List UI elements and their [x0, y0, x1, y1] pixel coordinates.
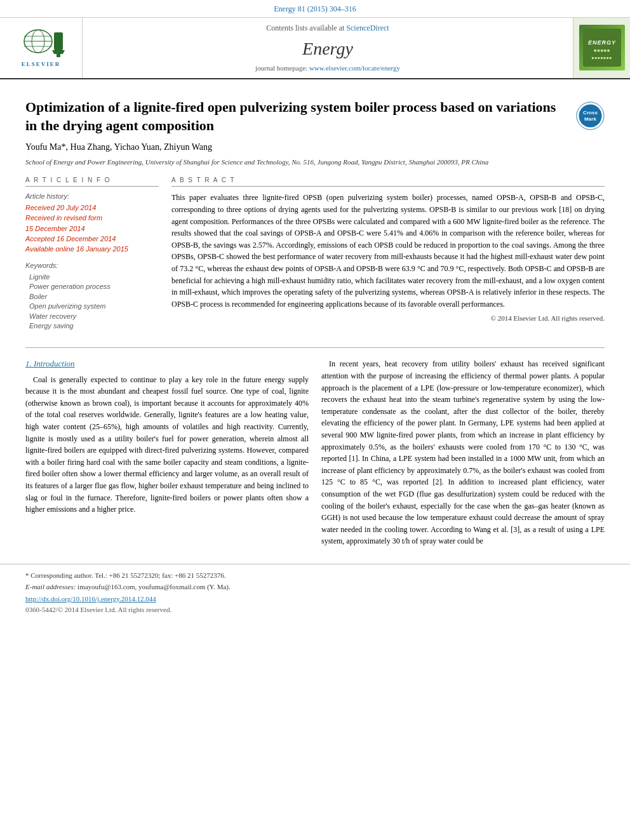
svg-rect-7: [57, 54, 60, 57]
svg-text:Mark: Mark: [584, 116, 596, 122]
sciencedirect-label: Contents lists available at: [266, 23, 344, 32]
energy-logo: ENERGY ■■■■■ ■■■■■■■: [579, 25, 625, 70]
article-info-header: A R T I C L E I N F O: [25, 176, 159, 187]
keywords-label: Keywords:: [25, 261, 159, 270]
corresponding-note-text: * Corresponding author. Tel.: +86 21 552…: [25, 571, 225, 579]
sciencedirect-link-text: ScienceDirect: [346, 23, 389, 32]
article-title-row: Optimization of a lignite-fired open pul…: [25, 98, 605, 135]
introduction-heading: 1. Introduction: [25, 358, 309, 370]
energy-logo-box: ENERGY ■■■■■ ■■■■■■■: [573, 18, 630, 78]
crossmark-icon: Cross Mark: [576, 102, 605, 130]
main-content: Optimization of a lignite-fired open pul…: [0, 79, 630, 564]
journal-name: Energy: [302, 36, 353, 61]
history-label: Article history:: [25, 192, 159, 201]
email-note: E-mail addresses: imayoufu@163.com, youf…: [25, 582, 605, 592]
intro-para-right: In recent years, heat recovery from util…: [321, 358, 605, 547]
homepage-link[interactable]: www.elsevier.com/locate/energy: [309, 64, 400, 72]
elsevier-logo: ELSEVIER: [0, 18, 83, 78]
svg-text:Cross: Cross: [583, 110, 598, 116]
doi-link[interactable]: http://dx.doi.org/10.1016/j.energy.2014.…: [25, 594, 605, 604]
keyword-3: Boiler: [25, 292, 159, 302]
abstract-header: A B S T R A C T: [171, 176, 605, 187]
article-history: Article history: Received 20 July 2014 R…: [25, 192, 159, 254]
article-info-label: A R T I C L E I N F O: [25, 177, 111, 183]
email-label: E-mail addresses:: [25, 583, 76, 590]
journal-header: ELSEVIER Contents lists available at Sci…: [0, 18, 630, 79]
homepage-url-text: www.elsevier.com/locate/energy: [309, 64, 400, 72]
svg-rect-8: [583, 29, 621, 67]
introduction-columns: 1. Introduction Coal is generally expect…: [25, 358, 605, 551]
abstract-text: This paper evaluates three lignite-fired…: [171, 192, 605, 310]
date-received: Received 20 July 2014: [25, 203, 159, 213]
date-online: Available online 16 January 2015: [25, 244, 159, 254]
copyright-text: © 2014 Elsevier Ltd. All rights reserved…: [491, 314, 605, 322]
intro-para-1: Coal is generally expected to continue t…: [25, 374, 309, 516]
keyword-5: Water recovery: [25, 312, 159, 321]
abstract-content: This paper evaluates three lignite-fired…: [171, 193, 605, 308]
introduction-left-text: Coal is generally expected to continue t…: [25, 374, 309, 516]
corresponding-author-note: * Corresponding author. Tel.: +86 21 552…: [25, 571, 605, 580]
keyword-1: Lignite: [25, 272, 159, 282]
content-divider: [25, 347, 605, 348]
sciencedirect-link[interactable]: ScienceDirect: [346, 23, 389, 32]
article-title-text: Optimization of a lignite-fired open pul…: [25, 98, 576, 135]
article-info-column: A R T I C L E I N F O Article history: R…: [25, 176, 159, 337]
citation-text: Energy 81 (2015) 304–316: [274, 4, 356, 13]
keyword-6: Energy saving: [25, 321, 159, 331]
journal-name-text: Energy: [302, 39, 353, 58]
svg-rect-5: [54, 32, 63, 50]
energy-logo-icon: ENERGY ■■■■■ ■■■■■■■: [583, 29, 621, 67]
journal-citation: Energy 81 (2015) 304–316: [0, 0, 630, 18]
introduction-right-text: In recent years, heat recovery from util…: [321, 358, 605, 547]
keywords-section: Keywords: Lignite Power generation proce…: [25, 261, 159, 331]
section-number: 1.: [25, 359, 32, 368]
issn-text: 0360-5442/© 2014 Elsevier Ltd. All right…: [25, 606, 171, 613]
introduction-left-col: 1. Introduction Coal is generally expect…: [25, 358, 309, 551]
authors-line: Youfu Ma*, Hua Zhang, Yichao Yuan, Zhiyu…: [25, 141, 605, 154]
date-revised-label: Received in revised form: [25, 213, 159, 223]
footer-issn: 0360-5442/© 2014 Elsevier Ltd. All right…: [25, 605, 605, 615]
keyword-2: Power generation process: [25, 282, 159, 291]
date-revised: 15 December 2014: [25, 224, 159, 234]
affiliation: School of Energy and Power Engineering, …: [25, 157, 605, 167]
svg-text:■■■■■■■: ■■■■■■■: [591, 56, 612, 60]
doi-url-text: http://dx.doi.org/10.1016/j.energy.2014.…: [25, 595, 156, 603]
authors-text: Youfu Ma*, Hua Zhang, Yichao Yuan, Zhiyu…: [25, 142, 212, 152]
elsevier-globe-icon: [16, 27, 67, 59]
date-accepted: Accepted 16 December 2014: [25, 234, 159, 244]
info-abstract-columns: A R T I C L E I N F O Article history: R…: [25, 176, 605, 337]
article-footer: * Corresponding author. Tel.: +86 21 552…: [0, 564, 630, 619]
history-label-text: Article history:: [25, 192, 69, 200]
abstract-column: A B S T R A C T This paper evaluates thr…: [171, 176, 605, 337]
abstract-label: A B S T R A C T: [171, 177, 236, 183]
keyword-4: Open pulverizing system: [25, 302, 159, 311]
elsevier-wordmark: ELSEVIER: [22, 60, 61, 69]
introduction-right-col: In recent years, heat recovery from util…: [321, 358, 605, 551]
journal-center: Contents lists available at ScienceDirec…: [83, 18, 573, 78]
homepage-label: journal homepage:: [255, 64, 307, 72]
title-content: Optimization of a lignite-fired open pul…: [25, 99, 556, 133]
abstract-copyright: © 2014 Elsevier Ltd. All rights reserved…: [171, 314, 605, 323]
svg-text:■■■■■: ■■■■■: [593, 48, 610, 53]
section-title-text: Introduction: [34, 359, 75, 368]
svg-marker-6: [52, 50, 65, 54]
keywords-label-text: Keywords:: [25, 262, 58, 269]
journal-homepage: journal homepage: www.elsevier.com/locat…: [255, 63, 400, 73]
svg-text:ENERGY: ENERGY: [587, 39, 615, 46]
sciencedirect-line: Contents lists available at ScienceDirec…: [266, 23, 389, 34]
affiliation-text: School of Energy and Power Engineering, …: [25, 158, 488, 166]
email-addresses: imayoufu@163.com, youfuma@foxmail.com (Y…: [77, 583, 231, 590]
